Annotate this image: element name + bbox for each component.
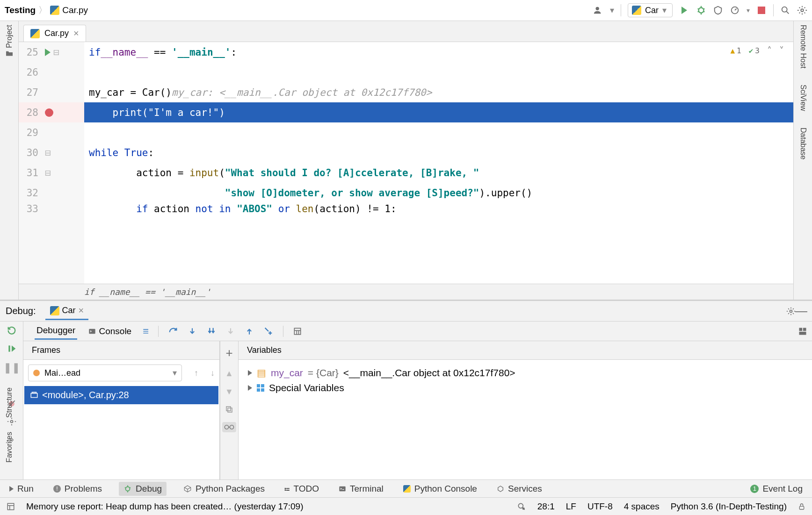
fold-icon[interactable]: ⊟ <box>45 147 51 158</box>
editor-tabs: Car.py × <box>19 21 793 42</box>
step-out-button[interactable] <box>245 326 254 336</box>
run-config-name: Car <box>645 6 659 15</box>
run-gutter-icon[interactable] <box>45 49 51 56</box>
stop-button[interactable] <box>756 5 767 15</box>
problems-tool-button[interactable]: !Problems <box>51 482 105 496</box>
stack-frame[interactable]: <module>, Car.py:28 <box>24 386 218 404</box>
file-encoding[interactable]: UTF-8 <box>587 501 613 512</box>
svg-rect-21 <box>228 408 232 412</box>
close-icon[interactable]: × <box>79 305 84 316</box>
threads-icon[interactable]: ≡ <box>143 325 149 337</box>
copy-icon[interactable] <box>225 405 233 414</box>
line-separator[interactable]: LF <box>566 501 576 512</box>
run-button[interactable] <box>679 5 689 15</box>
event-log-button[interactable]: 1Event Log <box>747 482 805 496</box>
indent-config[interactable]: 4 spaces <box>624 501 660 512</box>
debug-title: Debug: <box>6 306 36 316</box>
watches-icon[interactable] <box>222 422 236 432</box>
add-watch-button[interactable]: + <box>225 346 232 360</box>
python-file-icon <box>30 29 40 38</box>
database-tool-button[interactable]: Database <box>799 128 807 162</box>
expand-icon[interactable] <box>248 385 252 391</box>
pause-button[interactable]: ❚❚ <box>3 362 20 374</box>
debug-button[interactable] <box>696 5 706 15</box>
close-tab-icon[interactable]: × <box>73 28 79 39</box>
python-sdk[interactable]: Python 3.6 (In-Depth-Testing) <box>671 501 787 512</box>
step-over-button[interactable] <box>168 326 178 336</box>
gear-icon[interactable] <box>786 306 796 316</box>
caret-position[interactable]: 28:1 <box>537 501 555 512</box>
services-tool-button[interactable]: Services <box>494 482 545 496</box>
svg-marker-7 <box>12 345 15 351</box>
terminal-tool-button[interactable]: Terminal <box>336 482 386 496</box>
python-console-tool-button[interactable]: Python Console <box>400 482 480 496</box>
svg-point-1 <box>699 8 704 13</box>
evaluate-button[interactable] <box>293 327 302 336</box>
fold-icon[interactable]: ⊟ <box>53 47 59 58</box>
search-icon[interactable] <box>780 5 790 15</box>
python-packages-tool-button[interactable]: Python Packages <box>181 482 268 496</box>
svg-point-29 <box>126 486 130 491</box>
expand-icon[interactable] <box>248 370 252 376</box>
svg-point-0 <box>595 7 599 10</box>
svg-rect-30 <box>339 486 345 491</box>
svg-rect-37 <box>799 506 804 509</box>
prev-frame-button[interactable]: ↑ <box>191 368 201 378</box>
editor-tab-car[interactable]: Car.py × <box>23 25 86 42</box>
lock-icon[interactable] <box>798 502 805 511</box>
layout-icon[interactable] <box>798 327 807 336</box>
svg-rect-6 <box>8 345 10 351</box>
next-frame-button[interactable]: ↓ <box>206 368 219 378</box>
svg-rect-12 <box>294 328 300 334</box>
up-icon[interactable]: ▲ <box>225 369 233 379</box>
profile-button[interactable] <box>730 5 740 15</box>
variable-row[interactable]: Special Variables <box>248 380 803 395</box>
rerun-button[interactable] <box>7 325 17 336</box>
structure-tool-button[interactable]: Structure <box>5 387 14 418</box>
svg-rect-27 <box>257 388 260 392</box>
tool-windows-icon[interactable] <box>7 502 15 511</box>
status-message[interactable]: Memory use report: Heap dump has been cr… <box>26 501 303 512</box>
thread-selector[interactable]: Mai…ead ▾ <box>28 365 182 381</box>
debug-session-tab[interactable]: Car × <box>45 302 89 320</box>
breadcrumb-project[interactable]: Testing <box>5 5 36 15</box>
field-icon: ▤ <box>257 367 266 379</box>
inspection-widget[interactable]: ▲1 ✔3 ˄˅ <box>730 45 784 56</box>
run-config-selector[interactable]: Car ▾ <box>628 3 673 17</box>
breakpoint-icon[interactable] <box>45 108 53 117</box>
coverage-button[interactable] <box>713 5 723 15</box>
editor-gutter: 25⊟ 26 27 28 29 30⊟ 31⊟ 32 33 <box>19 42 84 284</box>
project-tool-button[interactable]: Project <box>5 25 14 57</box>
step-into-my-code-button[interactable] <box>206 326 217 336</box>
svg-point-4 <box>801 9 804 12</box>
run-to-cursor-button[interactable] <box>263 326 274 336</box>
code-editor[interactable]: 25⊟ 26 27 28 29 30⊟ 31⊟ 32 33 ▲1 ✔3 ˄˅ i… <box>19 42 793 284</box>
debug-settings-icon[interactable] <box>7 417 16 426</box>
step-into-button[interactable] <box>188 326 197 336</box>
interpreter-status-icon[interactable] <box>517 502 526 511</box>
debugger-tab[interactable]: Debugger <box>35 322 77 340</box>
sciview-tool-button[interactable]: SciView <box>799 85 807 114</box>
minimize-icon[interactable]: — <box>796 306 806 316</box>
console-tab[interactable]: Console <box>87 323 133 339</box>
svg-point-35 <box>518 503 523 508</box>
bottom-tool-strip: Run !Problems Debug Python Packages ≔TOD… <box>0 479 812 497</box>
python-icon <box>50 306 59 315</box>
fold-icon[interactable]: ⊟ <box>45 167 51 179</box>
svg-point-23 <box>225 425 228 429</box>
resume-button[interactable] <box>7 344 16 353</box>
run-tool-button[interactable]: Run <box>7 482 36 496</box>
down-icon[interactable]: ▼ <box>225 387 233 397</box>
svg-rect-16 <box>799 328 803 331</box>
todo-tool-button[interactable]: ≔TODO <box>282 482 322 496</box>
svg-rect-20 <box>32 392 36 393</box>
settings-icon[interactable] <box>797 5 807 15</box>
remote-host-tool-button[interactable]: Remote Host <box>799 25 807 71</box>
force-step-into-button[interactable] <box>226 326 235 336</box>
variable-row[interactable]: ▤ my_car = {Car} <__main__.Car object at… <box>248 365 803 380</box>
python-icon <box>632 6 641 15</box>
svg-point-5 <box>790 310 792 312</box>
user-add-icon[interactable] <box>593 5 603 15</box>
debug-tool-button[interactable]: Debug <box>119 482 167 496</box>
breadcrumb-file[interactable]: Car.py <box>62 5 88 15</box>
